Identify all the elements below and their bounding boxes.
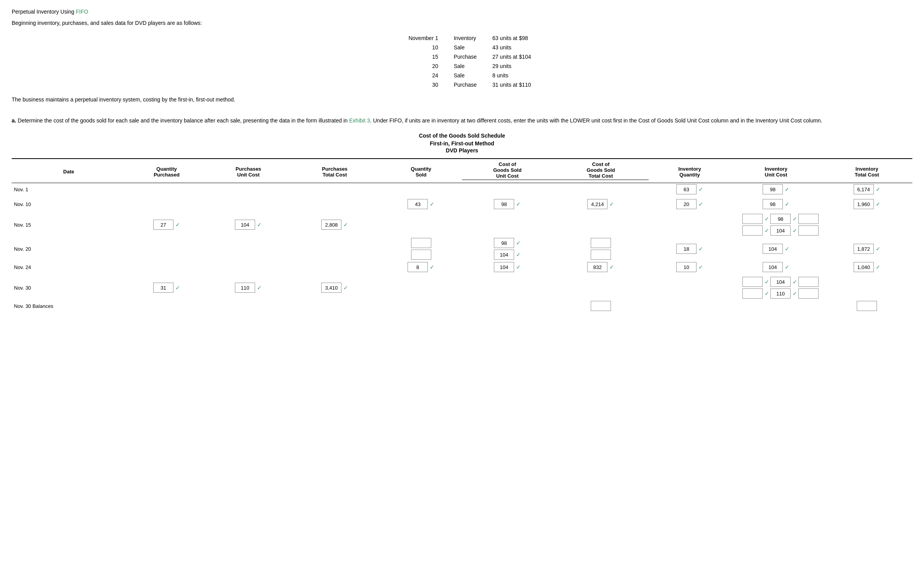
inv-unit-0-input[interactable]: 98: [763, 184, 783, 194]
inv-unit-4-input[interactable]: 104: [763, 262, 783, 272]
cogs-total-3-0-input[interactable]: [591, 238, 611, 248]
cogs-total-4-input[interactable]: 832: [587, 262, 607, 272]
cogs-total-1-cell: 4,214✓: [555, 199, 647, 209]
check-icon: ✓: [793, 216, 797, 222]
check-icon: ✓: [609, 201, 614, 207]
check-icon: ✓: [343, 285, 348, 291]
inv-unit-2-1-input[interactable]: 104: [770, 225, 791, 236]
inv-total-0-input[interactable]: 6,174: [854, 184, 874, 194]
check-icon: ✓: [765, 216, 769, 222]
check-icon: ✓: [516, 240, 521, 246]
check-icon: ✓: [516, 201, 521, 207]
inv-type: Inventory: [446, 33, 485, 43]
inv-qty-2-0-input[interactable]: [742, 214, 763, 224]
purch-total-5-input[interactable]: 3,410: [321, 283, 341, 293]
purch-qty-2-input[interactable]: 27: [153, 220, 173, 230]
inv-date: 15: [385, 52, 446, 61]
inv-qty-0-input[interactable]: 63: [676, 184, 696, 194]
inv-qty-4-input[interactable]: 10: [676, 262, 696, 272]
row-date: Nov. 10: [12, 198, 126, 210]
inv-unit-1-input[interactable]: 98: [763, 199, 783, 209]
inv-date: 10: [385, 43, 446, 52]
inv-unit-0-cell: 98✓: [733, 184, 819, 194]
inv-unit-2-0-input[interactable]: 98: [770, 214, 791, 224]
check-icon: ✓: [876, 246, 880, 252]
check-icon: ✓: [876, 201, 880, 207]
purch-total-5-cell: 3,410✓: [292, 283, 378, 293]
schedule-title: Cost of the Goods Sold Schedule: [12, 133, 912, 139]
inv-date: 24: [385, 71, 446, 80]
cogs-unit-4-input[interactable]: 104: [494, 262, 514, 272]
table-row: Nov. 20: [12, 237, 912, 261]
balance-cogs-total-input[interactable]: [591, 301, 611, 311]
inv-double-row: ✓ 104 ✓: [651, 277, 910, 287]
inv-total-4-cell: 1,040✓: [824, 262, 910, 272]
check-icon: ✓: [765, 279, 769, 285]
inv-qty-1-input[interactable]: 20: [676, 199, 696, 209]
cogs-total-1-input[interactable]: 4,214: [587, 199, 607, 209]
sold-qty-1-cell: 43✓: [383, 199, 460, 209]
schedule-subtitle: First-in, First-out Method: [12, 140, 912, 147]
inv-qty-2-1-input[interactable]: [742, 225, 763, 236]
cogs-unit-1-input[interactable]: 98: [494, 199, 514, 209]
sold-qty-3-1-input[interactable]: [411, 250, 431, 260]
inv-type: Sale: [446, 61, 485, 71]
th-cogs-unit: Cost ofGoods SoldUnit Cost: [462, 159, 553, 180]
inv-unit-5-1-input[interactable]: 110: [770, 288, 791, 299]
instruction-section: a. Determine the cost of the goods sold …: [12, 116, 912, 125]
purch-qty-5-input[interactable]: 31: [153, 283, 173, 293]
inv-unit-5-0-input[interactable]: 104: [770, 277, 791, 287]
th-inv-total-cost: InventoryTotal Cost: [821, 159, 912, 183]
sold-qty-1-input[interactable]: 43: [408, 199, 428, 209]
inv-unit-3-input[interactable]: 104: [763, 244, 783, 254]
inv-total-4-input[interactable]: 1,040: [854, 262, 874, 272]
inv-total-5-1-input[interactable]: [798, 288, 819, 299]
purch-qty-2-cell: 27✓: [128, 220, 205, 230]
inv-detail: 43 units: [485, 43, 539, 52]
sold-qty-4-input[interactable]: 8: [408, 262, 428, 272]
sold-qty-3-0-input[interactable]: [411, 238, 431, 248]
inv-type: Purchase: [446, 52, 485, 61]
purch-unit-2-cell: 104✓: [210, 220, 287, 230]
check-icon: ✓: [785, 264, 789, 270]
inv-type: Sale: [446, 43, 485, 52]
inv-data-row: 15 Purchase 27 units at $104: [385, 52, 539, 61]
purch-unit-2-input[interactable]: 104: [235, 220, 255, 230]
inventory-data-table: November 1 Inventory 63 units at $98 10 …: [385, 33, 539, 89]
inv-total-2-1-input[interactable]: [798, 225, 819, 236]
check-icon: ✓: [698, 186, 703, 192]
fifo-link[interactable]: FIFO: [76, 9, 88, 15]
inv-total-2-0-input[interactable]: [798, 214, 819, 224]
th-date: Date: [12, 159, 126, 183]
row-date: Nov. 20: [12, 237, 126, 261]
exhibit-link[interactable]: Exhibit 3: [349, 117, 370, 124]
inv-total-1-input[interactable]: 1,960: [854, 199, 874, 209]
check-icon: ✓: [876, 264, 880, 270]
purch-total-2-input[interactable]: 2,808: [321, 220, 341, 230]
inv-unit-1-cell: 98✓: [733, 199, 819, 209]
cogs-unit-3-0-input[interactable]: 98: [494, 238, 514, 248]
check-icon: ✓: [785, 186, 789, 192]
inv-date: 20: [385, 61, 446, 71]
inv-date: November 1: [385, 33, 446, 43]
inv-qty-3-input[interactable]: 18: [676, 244, 696, 254]
row-date: Nov. 1: [12, 183, 126, 196]
check-icon: ✓: [785, 246, 789, 252]
check-icon: ✓: [257, 285, 262, 291]
purch-qty-5-cell: 31✓: [128, 283, 205, 293]
inv-qty-5-1-input[interactable]: [742, 288, 763, 299]
th-cogs-total: Cost ofGoods SoldTotal Cost: [553, 159, 649, 180]
balance-inv-total-input[interactable]: [857, 301, 877, 311]
th-purch-unit-cost: PurchasesUnit Cost: [208, 159, 289, 183]
check-icon: ✓: [765, 290, 769, 297]
cogs-unit-3-1-input[interactable]: 104: [494, 250, 514, 260]
inv-date: 30: [385, 80, 446, 89]
inv-total-5-0-input[interactable]: [798, 277, 819, 287]
inv-qty-5-0-input[interactable]: [742, 277, 763, 287]
check-icon: ✓: [175, 222, 180, 228]
cogs-total-3-1-input[interactable]: [591, 250, 611, 260]
table-row: Nov. 10 43✓ 98✓ 4,214✓ 20✓ 98✓ 1,960✓: [12, 198, 912, 210]
cogs-total-4-cell: 832✓: [555, 262, 647, 272]
inv-total-3-input[interactable]: 1,872: [854, 244, 874, 254]
purch-unit-5-input[interactable]: 110: [235, 283, 255, 293]
